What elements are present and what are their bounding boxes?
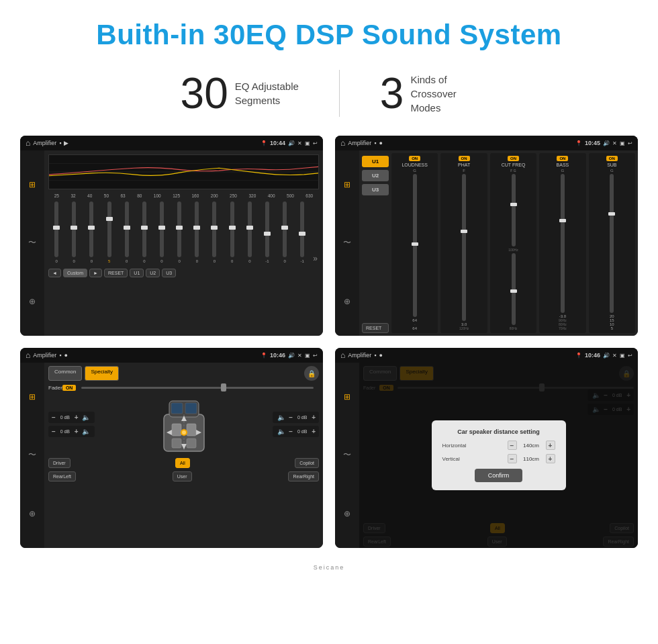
expand-icon-2[interactable]: ⊕ (338, 293, 356, 310)
rear-right-control: 🔈 − 0 dB + (273, 426, 319, 437)
rearleft-btn-3[interactable]: RearLeft (48, 471, 76, 481)
home-icon-2[interactable]: ⌂ (340, 138, 345, 148)
time-4: 10:46 (585, 352, 600, 359)
bass-on[interactable]: ON (557, 156, 568, 161)
expand-icon-3[interactable]: ⊕ (23, 505, 41, 522)
x-icon-1[interactable]: ✕ (297, 140, 302, 146)
crossover-reset-btn[interactable]: RESET (362, 323, 389, 333)
eq-slider-7[interactable]: 0 (171, 201, 187, 263)
back-icon-1[interactable]: ↩ (313, 140, 318, 146)
eq-icon-3[interactable]: ⊞ (23, 388, 41, 406)
eq-slider-4[interactable]: 0 (119, 201, 135, 263)
eq-icon-2[interactable]: ⊞ (338, 176, 356, 193)
vertical-plus[interactable]: + (546, 454, 555, 463)
window-icon-2[interactable]: ▣ (620, 140, 625, 146)
speaker-icon-1: 🔊 (288, 140, 295, 146)
wave-icon-4[interactable]: 〜 (338, 447, 356, 464)
fader-on-badge[interactable]: ON (62, 385, 77, 391)
driver-btn-3[interactable]: Driver (48, 458, 70, 468)
user-btn-3[interactable]: User (173, 471, 192, 481)
eq-slider-0[interactable]: 0 (48, 201, 64, 263)
expand-icon-1[interactable]: ⊕ (23, 293, 41, 310)
wave-icon-3[interactable]: 〜 (23, 447, 41, 464)
cutfreq-on[interactable]: ON (508, 156, 519, 161)
sub-label: SUB (607, 163, 616, 167)
back-icon-3[interactable]: ↩ (313, 353, 318, 359)
eq-next-btn[interactable]: ► (89, 269, 102, 277)
crossover-main: U1 U2 U3 RESET ON LOUDNESS G 64 (359, 150, 638, 336)
eq-prev-btn[interactable]: ◄ (48, 269, 61, 277)
sidebar-2: ⊞ 〜 ⊕ (335, 150, 359, 336)
window-icon-4[interactable]: ▣ (620, 353, 625, 359)
eq-custom-btn[interactable]: Custom (63, 269, 87, 277)
home-icon-4[interactable]: ⌂ (340, 351, 345, 360)
rr-plus[interactable]: + (312, 428, 316, 435)
eq-slider-6[interactable]: 0 (154, 201, 170, 263)
eq-slider-1[interactable]: 0 (66, 201, 82, 263)
u3-btn[interactable]: U3 (362, 184, 389, 195)
wave-icon-1[interactable]: 〜 (23, 234, 41, 252)
back-icon-4[interactable]: ↩ (628, 353, 632, 359)
rl-minus[interactable]: − (52, 428, 56, 435)
fr-plus[interactable]: + (312, 414, 316, 421)
eq-icon-1[interactable]: ⊞ (23, 176, 41, 193)
rr-minus[interactable]: − (289, 428, 293, 435)
x-icon-3[interactable]: ✕ (297, 353, 302, 359)
specialty-tab-3[interactable]: Specialty (85, 366, 118, 381)
rr-value: 0 dB (295, 429, 310, 434)
eq-slider-10[interactable]: 0 (224, 201, 240, 263)
wave-icon-2[interactable]: 〜 (338, 234, 356, 252)
svg-rect-5 (171, 403, 183, 414)
back-icon-2[interactable]: ↩ (628, 140, 632, 146)
eq-u3-btn[interactable]: U3 (162, 269, 176, 277)
eq-slider-13[interactable]: 0 (277, 201, 293, 263)
rearright-btn-3[interactable]: RearRight (288, 471, 319, 481)
window-icon-3[interactable]: ▣ (305, 353, 310, 359)
eq-u1-btn[interactable]: U1 (130, 269, 144, 277)
eq-slider-11[interactable]: 0 (242, 201, 258, 263)
vertical-minus[interactable]: − (508, 454, 517, 463)
copilot-btn-3[interactable]: Copilot (295, 458, 319, 468)
u2-btn[interactable]: U2 (362, 170, 389, 181)
sub-on[interactable]: ON (606, 156, 618, 161)
svg-rect-14 (172, 439, 181, 448)
fl-minus[interactable]: − (52, 414, 56, 421)
eq-slider-12[interactable]: -1 (259, 201, 275, 263)
x-icon-4[interactable]: ✕ (612, 353, 617, 359)
sidebar-1: ⊞ 〜 ⊕ (20, 150, 44, 336)
horizontal-minus[interactable]: − (508, 441, 517, 450)
eq-reset-btn[interactable]: RESET (104, 269, 128, 277)
dot-icon-4: ● (379, 352, 382, 359)
fader-slider[interactable] (81, 387, 314, 389)
eq-u2-btn[interactable]: U2 (146, 269, 160, 277)
x-icon-2[interactable]: ✕ (612, 140, 617, 146)
stat-crossover-number: 3 (380, 72, 404, 115)
fr-minus[interactable]: − (289, 414, 293, 421)
location-icon-3: 📍 (261, 353, 267, 359)
u1-btn[interactable]: U1 (362, 156, 389, 167)
rear-left-control: − 0 dB + 🔈 (48, 426, 95, 437)
phat-on[interactable]: ON (459, 156, 470, 161)
lock-icon-3[interactable]: 🔒 (304, 366, 319, 381)
confirm-button[interactable]: Confirm (475, 469, 523, 482)
fl-plus[interactable]: + (75, 414, 79, 421)
window-icon-1[interactable]: ▣ (305, 140, 310, 146)
crossover-bands: ON LOUDNESS G 64 - 64 ON PHAT F (391, 153, 635, 333)
home-icon-1[interactable]: ⌂ (26, 138, 30, 148)
vertical-control: − 110cm + (508, 454, 555, 463)
eq-slider-9[interactable]: 0 (206, 201, 222, 263)
home-icon-3[interactable]: ⌂ (26, 351, 30, 360)
eq-slider-5[interactable]: 0 (136, 201, 152, 263)
loudness-on[interactable]: ON (409, 156, 420, 161)
band-phat: ON PHAT F 3.0 120Hz (440, 153, 487, 333)
eq-slider-2[interactable]: 0 (83, 201, 99, 263)
eq-scroll-right[interactable]: » (312, 254, 319, 263)
eq-slider-8[interactable]: 0 (189, 201, 205, 263)
rl-plus[interactable]: + (75, 428, 79, 435)
eq-icon-4[interactable]: ⊞ (338, 388, 356, 406)
horizontal-plus[interactable]: + (546, 441, 555, 450)
eq-slider-14[interactable]: -1 (294, 201, 310, 263)
expand-icon-4[interactable]: ⊕ (338, 505, 356, 522)
eq-slider-3[interactable]: 5 (101, 201, 117, 263)
common-tab-3[interactable]: Common (48, 366, 82, 381)
